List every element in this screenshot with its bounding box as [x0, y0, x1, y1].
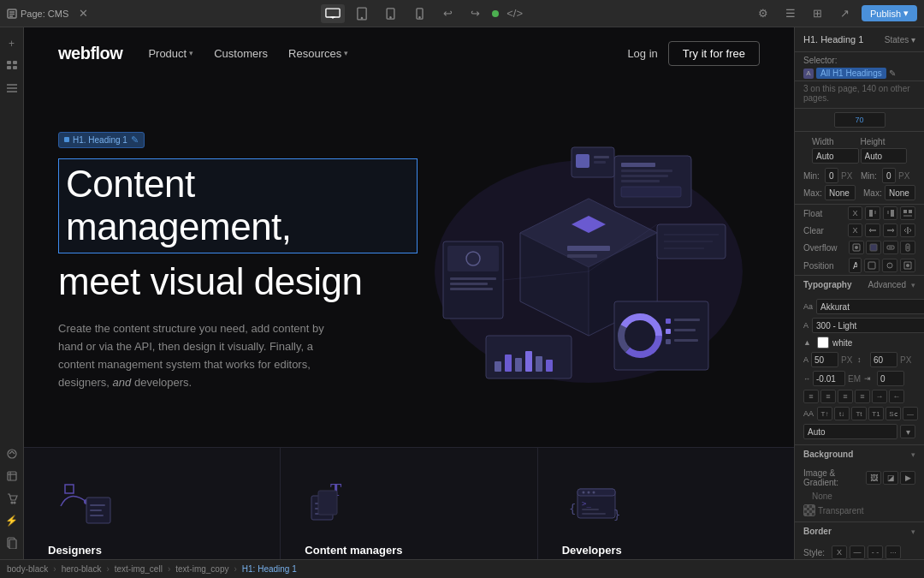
menu-icon[interactable]: ☰: [779, 4, 802, 23]
selector-edit-icon[interactable]: ✎: [889, 69, 896, 78]
share-icon[interactable]: ↗: [834, 4, 856, 23]
tablet-sm-device-btn[interactable]: [379, 4, 403, 23]
nav-customers[interactable]: Customers: [214, 47, 268, 60]
width-input[interactable]: [812, 148, 859, 164]
nav-resources[interactable]: Resources ▾: [288, 47, 348, 60]
svg-rect-77: [90, 504, 105, 506]
bg-video-btn[interactable]: ▶: [900, 471, 915, 485]
tablet-device-btn[interactable]: [350, 4, 374, 23]
float-more-btn[interactable]: [900, 206, 915, 220]
auto-input[interactable]: [803, 424, 897, 439]
indent-input[interactable]: [877, 371, 904, 386]
align-row: ≡ ≡ ≡ ≡ → ←: [795, 388, 924, 405]
gear-icon[interactable]: ⚙: [752, 4, 774, 23]
border-none-btn[interactable]: X: [832, 545, 847, 559]
states-button[interactable]: States ▾: [885, 35, 915, 45]
t1-btn[interactable]: T1: [868, 407, 884, 420]
try-cta-button[interactable]: Try it for free: [668, 41, 760, 66]
login-button[interactable]: Log in: [627, 47, 657, 60]
align-right-btn[interactable]: ≡: [838, 390, 853, 403]
svg-rect-4: [325, 9, 339, 17]
auto-toggle-btn[interactable]: ▾: [900, 425, 915, 438]
code-view-button[interactable]: </>: [504, 4, 526, 23]
titlecase-btn[interactable]: Tt: [851, 407, 867, 420]
float-left-btn[interactable]: [865, 206, 880, 220]
desktop-device-btn[interactable]: [321, 4, 345, 23]
font-input[interactable]: [816, 299, 924, 314]
mobile-device-btn[interactable]: [408, 4, 432, 23]
breadcrumb-sep-4: ›: [234, 564, 236, 574]
sidebar-ecomm-icon[interactable]: [3, 489, 21, 508]
line-height-input[interactable]: [870, 352, 897, 367]
overflow-scroll-x-btn[interactable]: [883, 241, 898, 254]
sidebar-layers-icon[interactable]: [3, 79, 21, 98]
min-w-input[interactable]: [825, 168, 838, 183]
small-caps-btn[interactable]: Sᴄ: [886, 407, 901, 420]
breadcrumb-body[interactable]: body-black: [7, 564, 48, 574]
float-right-btn[interactable]: [883, 206, 898, 220]
sidebar-interactions-icon[interactable]: ⚡: [3, 511, 21, 530]
lowercase-btn[interactable]: t↓: [834, 407, 850, 420]
background-section-header[interactable]: Background ▾: [795, 444, 924, 463]
border-solid-btn[interactable]: —: [850, 545, 865, 559]
breadcrumb-hero[interactable]: hero-black: [62, 564, 102, 574]
align-left-btn[interactable]: ≡: [803, 390, 819, 403]
min-h-input[interactable]: [882, 168, 896, 183]
text-color-swatch[interactable]: [817, 337, 829, 349]
max-h-input[interactable]: [885, 185, 915, 200]
nav-product[interactable]: Product ▾: [148, 47, 193, 60]
sidebar-navigator-icon[interactable]: [3, 57, 21, 75]
grid-icon[interactable]: ⊞: [807, 4, 829, 23]
sidebar-pages-icon[interactable]: [3, 533, 21, 552]
position-relative-btn[interactable]: [882, 259, 897, 272]
redo-button[interactable]: ↪: [465, 4, 487, 23]
sidebar-assets-icon[interactable]: [3, 444, 21, 463]
publish-button[interactable]: Publish ▾: [862, 5, 917, 21]
float-none-btn[interactable]: X: [848, 206, 863, 220]
hero-heading-line2: meet visual design: [58, 260, 418, 304]
chevron-down-icon: ▾: [344, 49, 348, 57]
breadcrumb-cell[interactable]: text-img_cell: [115, 564, 163, 574]
position-input[interactable]: [849, 258, 862, 273]
clear-left-btn[interactable]: [865, 223, 880, 237]
border-dotted-btn[interactable]: ···: [886, 545, 901, 559]
align-center-btn[interactable]: ≡: [820, 390, 836, 403]
bg-image-btn[interactable]: 🖼: [866, 471, 881, 485]
font-size-input[interactable]: [811, 352, 838, 367]
text-dir-rtl-btn[interactable]: ←: [889, 390, 904, 403]
sidebar-add-icon[interactable]: +: [3, 34, 21, 53]
background-label: Background: [803, 450, 911, 459]
uppercase-btn[interactable]: T↑: [817, 407, 832, 420]
breadcrumb-copy[interactable]: text-img_copy: [175, 564, 228, 574]
hero-description: Create the content structure you need, a…: [58, 320, 332, 391]
overflow-hidden-btn[interactable]: [866, 241, 881, 254]
bg-color-swatch[interactable]: [803, 504, 815, 516]
sidebar-cms-icon[interactable]: [3, 467, 21, 486]
border-section-header[interactable]: Border ▾: [795, 521, 924, 540]
close-button[interactable]: ✕: [72, 4, 94, 23]
selector-tag[interactable]: All H1 Headings: [816, 68, 886, 79]
text-dir-ltr-btn[interactable]: →: [872, 390, 887, 403]
clear-none-btn[interactable]: X: [848, 223, 863, 237]
advanced-tab-label: Advanced: [868, 280, 906, 289]
height-input[interactable]: [861, 148, 908, 164]
max-w-input[interactable]: [825, 185, 856, 200]
breadcrumb-h1[interactable]: H1: Heading 1: [242, 564, 297, 574]
undo-button[interactable]: ↩: [437, 4, 459, 23]
overflow-scroll-y-btn[interactable]: [900, 241, 915, 254]
heading-selection-box[interactable]: Content management,: [58, 158, 418, 253]
bg-gradient-btn[interactable]: ◪: [883, 471, 898, 485]
letter-spacing-input[interactable]: [813, 371, 845, 386]
position-absolute-btn[interactable]: [900, 259, 915, 272]
border-dashed-btn[interactable]: - -: [868, 545, 883, 559]
typography-section-header[interactable]: Typography Advanced ▾: [795, 275, 924, 294]
svg-rect-65: [674, 329, 696, 331]
no-transform-btn[interactable]: —: [903, 407, 918, 420]
overflow-visible-btn[interactable]: [849, 241, 864, 254]
clear-right-btn[interactable]: [883, 223, 898, 237]
clear-both-btn[interactable]: [900, 223, 915, 237]
align-justify-btn[interactable]: ≡: [855, 390, 870, 403]
weight-input[interactable]: [812, 318, 924, 333]
hero-section: H1. Heading 1 ✎ Content management, meet…: [24, 79, 794, 447]
position-static-btn[interactable]: [864, 259, 880, 272]
